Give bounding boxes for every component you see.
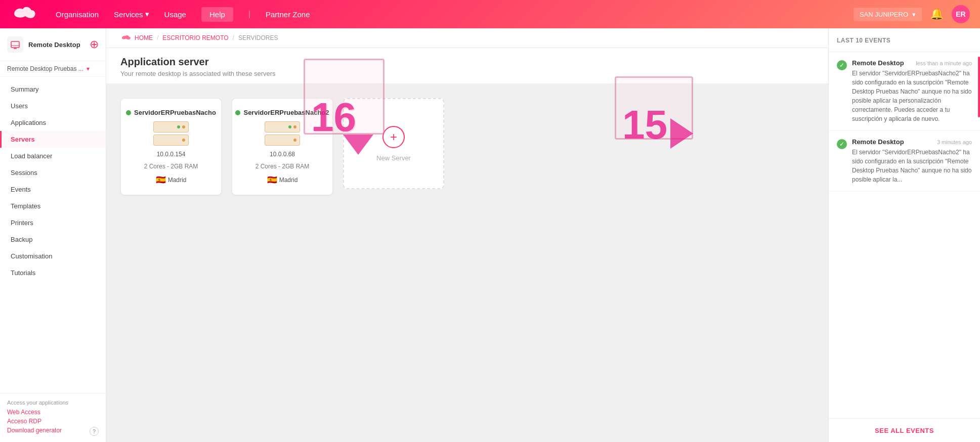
event-2-source: Remote Desktop — [852, 138, 904, 146]
rack-dot-1b — [182, 125, 185, 128]
server-1-status-dot — [126, 110, 131, 115]
top-nav: Organisation Services ▾ Usage Help | Par… — [0, 0, 980, 28]
nav-organisation[interactable]: Organisation — [56, 10, 99, 19]
main-area: HOME / ESCRITORIO REMOTO / SERVIDORES Ap… — [106, 28, 828, 442]
plus-icon: + — [382, 126, 405, 148]
see-all-events-link[interactable]: SEE ALL EVENTS — [875, 427, 934, 434]
subscription-name: Remote Desktop Pruebas ... — [7, 65, 83, 72]
help-icon[interactable]: ? — [90, 427, 99, 436]
sidebar-item-tutorials[interactable]: Tutorials — [0, 264, 106, 281]
rack-dot-2c — [293, 139, 296, 142]
sidebar-item-backup[interactable]: Backup — [0, 231, 106, 248]
bell-icon[interactable]: 🔔 — [930, 8, 944, 21]
server-2-name: ServidorERPruebasNacho2 — [235, 109, 329, 116]
nav-right: SAN JUNIPERO ▾ 🔔 ER — [854, 5, 970, 23]
rack-dot-2a — [288, 125, 291, 128]
event-2-body: Remote Desktop 3 minutes ago El servidor… — [852, 138, 972, 184]
server-1-flag: 🇪🇸 — [156, 175, 166, 185]
svg-rect-0 — [11, 41, 19, 48]
rack-dot-2b — [293, 125, 296, 128]
servers-grid: ServidorERPruebasNacho 10.0.0.154 2 Core… — [120, 98, 814, 195]
page-subtitle: Your remote desktop is associated with t… — [120, 70, 814, 77]
sidebar-item-events[interactable]: Events — [0, 181, 106, 198]
server-rack-bottom-2 — [265, 135, 300, 146]
sidebar-item-load-balancer[interactable]: Load balancer — [0, 148, 106, 164]
server-1-name: ServidorERPruebasNacho — [126, 109, 216, 116]
new-server-label: New Server — [376, 154, 411, 162]
server-2-ip: 10.0.0.68 — [270, 151, 295, 158]
server-1-ip: 10.0.0.154 — [157, 151, 186, 158]
avatar[interactable]: ER — [952, 5, 970, 23]
server-card-2[interactable]: ServidorERPruebasNacho2 10.0.0.68 2 Core… — [232, 98, 333, 195]
event-item-1: ✓ Remote Desktop less than a minute ago … — [829, 52, 980, 131]
region-label: SAN JUNIPERO — [860, 11, 908, 18]
page-header: Application server Your remote desktop i… — [106, 48, 828, 84]
breadcrumb-home[interactable]: HOME — [135, 34, 153, 41]
sidebar-nav: Summary Users Applications Servers Load … — [0, 77, 106, 393]
sidebar-subscription[interactable]: Remote Desktop Pruebas ... ▾ — [0, 61, 106, 77]
server-card-1[interactable]: ServidorERPruebasNacho 10.0.0.154 2 Core… — [120, 98, 222, 195]
event-2-meta: Remote Desktop 3 minutes ago — [852, 138, 972, 146]
logo[interactable] — [10, 5, 35, 23]
breadcrumb-current: SERVIDORES — [238, 34, 278, 41]
nav-services[interactable]: Services ▾ — [114, 10, 149, 19]
nav-usage[interactable]: Usage — [164, 10, 186, 19]
sidebar-item-applications[interactable]: Applications — [0, 114, 106, 131]
region-chevron-icon: ▾ — [912, 11, 916, 18]
subscription-chevron-icon: ▾ — [87, 65, 90, 72]
main-nav: Organisation Services ▾ Usage Help | Par… — [56, 7, 854, 22]
breadcrumb-remote[interactable]: ESCRITORIO REMOTO — [162, 34, 228, 41]
acceso-rdp-link[interactable]: Acceso RDP — [7, 418, 99, 425]
server-2-icon — [265, 121, 300, 146]
event-item-2: ✓ Remote Desktop 3 minutes ago El servid… — [829, 131, 980, 192]
server-1-cores: 2 Cores - 2GB RAM — [144, 163, 198, 170]
access-label: Access your applications — [7, 400, 99, 406]
events-list: ✓ Remote Desktop less than a minute ago … — [829, 52, 980, 418]
sidebar-item-servers[interactable]: Servers — [0, 131, 106, 148]
event-1-check-icon: ✓ — [837, 60, 847, 70]
event-2-time: 3 minutes ago — [937, 139, 972, 145]
nav-partner-zone[interactable]: Partner Zone — [266, 10, 310, 19]
sidebar-footer: Access your applications Web Access Acce… — [0, 393, 106, 442]
server-2-status-dot — [235, 110, 240, 115]
breadcrumb-logo-icon — [120, 34, 131, 41]
add-subscription-button[interactable]: ⊕ — [90, 38, 99, 51]
event-1-text: El servidor "ServidorERPruebasNacho2" ha… — [852, 69, 972, 123]
sidebar-item-printers[interactable]: Printers — [0, 214, 106, 231]
events-title: LAST 10 EVENTS — [837, 37, 890, 44]
events-panel: LAST 10 EVENTS ✓ Remote Desktop less tha… — [828, 28, 980, 442]
sidebar-footer-bottom: Download generator ? — [7, 427, 99, 436]
events-header: LAST 10 EVENTS — [829, 28, 980, 52]
event-2-check-icon: ✓ — [837, 139, 847, 149]
sidebar-service-icon — [7, 36, 23, 53]
events-scrollbar — [978, 57, 980, 117]
events-footer: SEE ALL EVENTS — [829, 418, 980, 442]
servers-section: ServidorERPruebasNacho 10.0.0.154 2 Core… — [106, 84, 828, 209]
server-rack-top-2 — [265, 121, 300, 132]
nav-divider: | — [248, 10, 250, 19]
sidebar-item-customisation[interactable]: Customisation — [0, 248, 106, 264]
new-server-card[interactable]: + New Server — [343, 98, 444, 189]
breadcrumb-sep1: / — [157, 34, 158, 41]
server-2-location: 🇪🇸 Madrid — [267, 175, 298, 185]
server-1-icon — [153, 121, 189, 146]
server-2-flag: 🇪🇸 — [267, 175, 277, 185]
sidebar-item-templates[interactable]: Templates — [0, 198, 106, 214]
main-layout: Remote Desktop ⊕ Remote Desktop Pruebas … — [0, 28, 980, 442]
server-rack-top-1 — [153, 121, 189, 132]
server-1-location: 🇪🇸 Madrid — [156, 175, 187, 185]
event-1-meta: Remote Desktop less than a minute ago — [852, 59, 972, 67]
page-title: Application server — [120, 56, 814, 68]
sidebar-item-users[interactable]: Users — [0, 98, 106, 114]
breadcrumb: HOME / ESCRITORIO REMOTO / SERVIDORES — [106, 28, 828, 48]
download-generator-link[interactable]: Download generator — [7, 427, 62, 434]
web-access-link[interactable]: Web Access — [7, 409, 99, 416]
event-1-source: Remote Desktop — [852, 59, 904, 67]
sidebar-header: Remote Desktop ⊕ — [0, 28, 106, 61]
event-1-body: Remote Desktop less than a minute ago El… — [852, 59, 972, 123]
sidebar-item-summary[interactable]: Summary — [0, 81, 106, 98]
nav-help[interactable]: Help — [201, 7, 233, 22]
sidebar-item-sessions[interactable]: Sessions — [0, 164, 106, 181]
region-selector[interactable]: SAN JUNIPERO ▾ — [854, 8, 922, 21]
breadcrumb-sep2: / — [233, 34, 234, 41]
